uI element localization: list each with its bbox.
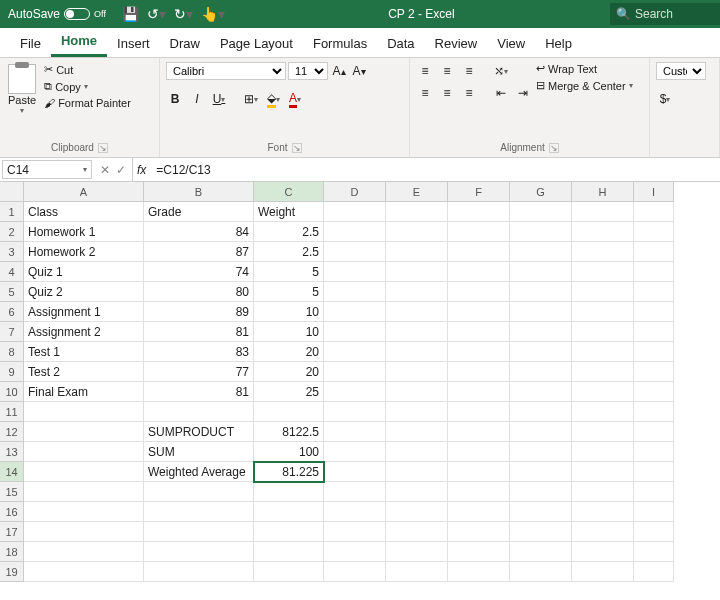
row-header[interactable]: 15 [0, 482, 24, 502]
cell[interactable] [510, 502, 572, 522]
cell[interactable] [634, 222, 674, 242]
cell[interactable] [572, 562, 634, 582]
cell[interactable] [634, 242, 674, 262]
cell[interactable] [510, 542, 572, 562]
cell[interactable] [572, 522, 634, 542]
cell[interactable] [386, 282, 448, 302]
align-right-icon[interactable]: ≡ [460, 84, 478, 102]
cell[interactable] [324, 322, 386, 342]
cell[interactable] [510, 522, 572, 542]
cell[interactable] [448, 302, 510, 322]
cell[interactable]: SUMPRODUCT [144, 422, 254, 442]
number-format-select[interactable]: Custom [656, 62, 706, 80]
cell[interactable] [448, 442, 510, 462]
cell[interactable] [510, 202, 572, 222]
select-all-corner[interactable] [0, 182, 24, 202]
align-left-icon[interactable]: ≡ [416, 84, 434, 102]
cell[interactable] [324, 482, 386, 502]
cell[interactable] [634, 262, 674, 282]
increase-font-icon[interactable]: A▴ [330, 62, 348, 80]
cell[interactable] [324, 422, 386, 442]
cell[interactable] [24, 442, 144, 462]
row-header[interactable]: 7 [0, 322, 24, 342]
cell[interactable] [510, 382, 572, 402]
cell[interactable]: Assignment 2 [24, 322, 144, 342]
row-header[interactable]: 1 [0, 202, 24, 222]
fx-icon[interactable]: fx [133, 158, 150, 181]
cell[interactable] [510, 402, 572, 422]
cell[interactable] [324, 202, 386, 222]
accounting-format-icon[interactable]: $▾ [656, 90, 674, 108]
dialog-launcher-icon[interactable]: ↘ [549, 143, 559, 153]
cell[interactable] [510, 362, 572, 382]
cell[interactable] [572, 262, 634, 282]
row-header[interactable]: 16 [0, 502, 24, 522]
cell[interactable] [634, 342, 674, 362]
cell[interactable] [24, 422, 144, 442]
column-header[interactable]: H [572, 182, 634, 202]
row-header[interactable]: 17 [0, 522, 24, 542]
row-header[interactable]: 13 [0, 442, 24, 462]
dialog-launcher-icon[interactable]: ↘ [292, 143, 302, 153]
cell[interactable]: Homework 2 [24, 242, 144, 262]
cell[interactable] [386, 562, 448, 582]
cell[interactable]: Weighted Average [144, 462, 254, 482]
tab-view[interactable]: View [487, 30, 535, 57]
cell[interactable] [386, 382, 448, 402]
cell[interactable] [572, 282, 634, 302]
cell[interactable] [324, 502, 386, 522]
column-header[interactable]: E [386, 182, 448, 202]
cell[interactable]: 77 [144, 362, 254, 382]
cell[interactable]: 8122.5 [254, 422, 324, 442]
cell[interactable] [448, 382, 510, 402]
cell[interactable] [324, 362, 386, 382]
cell[interactable] [634, 482, 674, 502]
cell[interactable] [448, 502, 510, 522]
cell[interactable] [510, 482, 572, 502]
cell[interactable]: Weight [254, 202, 324, 222]
cell[interactable] [572, 222, 634, 242]
cell[interactable] [144, 522, 254, 542]
cell[interactable]: 20 [254, 362, 324, 382]
cell[interactable] [634, 442, 674, 462]
cell[interactable] [448, 202, 510, 222]
align-middle-icon[interactable]: ≡ [438, 62, 456, 80]
cell[interactable] [634, 202, 674, 222]
cell[interactable] [634, 282, 674, 302]
cell[interactable] [634, 562, 674, 582]
cancel-icon[interactable]: ✕ [100, 163, 110, 177]
enter-icon[interactable]: ✓ [116, 163, 126, 177]
cell[interactable] [386, 422, 448, 442]
cell[interactable] [386, 442, 448, 462]
cell[interactable] [572, 462, 634, 482]
font-name-select[interactable]: Calibri [166, 62, 286, 80]
cell[interactable] [144, 482, 254, 502]
cell[interactable] [572, 322, 634, 342]
row-header[interactable]: 4 [0, 262, 24, 282]
cell[interactable] [634, 502, 674, 522]
tab-help[interactable]: Help [535, 30, 582, 57]
cell[interactable] [324, 222, 386, 242]
cell[interactable] [634, 462, 674, 482]
column-header[interactable]: G [510, 182, 572, 202]
autosave-toggle[interactable]: AutoSave Off [0, 7, 114, 21]
column-header[interactable]: A [24, 182, 144, 202]
cell[interactable]: 100 [254, 442, 324, 462]
cell[interactable] [324, 282, 386, 302]
cell[interactable] [144, 542, 254, 562]
cell[interactable]: 10 [254, 302, 324, 322]
cell[interactable]: Class [24, 202, 144, 222]
cell[interactable]: 84 [144, 222, 254, 242]
cell[interactable]: 74 [144, 262, 254, 282]
cell[interactable] [510, 342, 572, 362]
cell[interactable] [510, 242, 572, 262]
cell[interactable] [510, 282, 572, 302]
font-color-button[interactable]: A▾ [286, 90, 304, 108]
cell[interactable] [24, 502, 144, 522]
cell[interactable]: 80 [144, 282, 254, 302]
column-header[interactable]: B [144, 182, 254, 202]
row-header[interactable]: 14 [0, 462, 24, 482]
cell[interactable] [386, 262, 448, 282]
cell[interactable]: 81 [144, 382, 254, 402]
formula-input[interactable]: =C12/C13 [150, 158, 720, 181]
